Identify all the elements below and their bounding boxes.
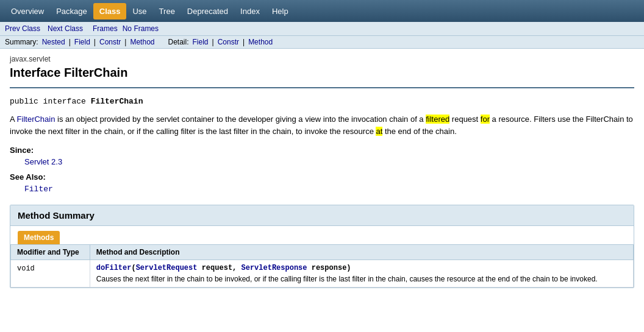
since-value: Servlet 2.3	[10, 157, 634, 166]
filterchain-link[interactable]: FilterChain	[17, 115, 55, 124]
main-content: javax.servlet Interface FilterChain publ…	[0, 49, 644, 294]
summary-field[interactable]: Field	[74, 38, 90, 46]
method-description: Causes the next filter in the chain to b…	[96, 275, 627, 283]
method-signature: doFilter(ServletRequest request, Servlet…	[96, 264, 627, 272]
detail-constr[interactable]: Constr	[218, 38, 239, 46]
method-summary-header: Method Summary	[10, 205, 634, 226]
method-modifier: void	[11, 260, 90, 288]
summary-method[interactable]: Method	[130, 38, 154, 46]
methods-tab-row: Methods	[10, 226, 634, 244]
servlet-response-link[interactable]: ServletResponse	[241, 264, 307, 272]
nav-class[interactable]: Class	[93, 3, 127, 19]
prev-class-link[interactable]: Prev Class	[5, 24, 40, 33]
servlet-request-link[interactable]: ServletRequest	[136, 264, 198, 272]
nav-use[interactable]: Use	[126, 3, 152, 19]
since-label: Since:	[10, 146, 634, 155]
frames-link[interactable]: Frames	[93, 24, 118, 33]
see-also-value: Filter	[10, 184, 634, 194]
interface-title: Interface FilterChain	[10, 66, 634, 80]
method-summary-section: Method Summary Methods Modifier and Type…	[10, 205, 634, 288]
col-modifier-type: Modifier and Type	[11, 245, 90, 260]
summary-bar: Summary: Nested | Field | Constr | Metho…	[0, 36, 644, 49]
do-filter-link[interactable]: doFilter	[96, 264, 132, 272]
since-version-link[interactable]: Servlet 2.3	[24, 157, 62, 166]
next-class-link[interactable]: Next Class	[48, 24, 83, 33]
table-row: void doFilter(ServletRequest request, Se…	[11, 260, 634, 288]
divider	[10, 87, 634, 88]
col-method-desc: Method and Description	[90, 245, 633, 260]
summary-label: Summary:	[5, 38, 38, 46]
filter-link[interactable]: Filter	[24, 185, 53, 194]
class-signature: public interface FilterChain	[10, 97, 634, 106]
class-description: A FilterChain is an object provided by t…	[10, 113, 634, 137]
nav-overview[interactable]: Overview	[5, 3, 50, 19]
no-frames-link[interactable]: No Frames	[123, 24, 159, 33]
detail-method[interactable]: Method	[248, 38, 273, 46]
sub-navigation: Prev Class Next Class Frames No Frames	[0, 22, 644, 36]
top-navigation: Overview Package Class Use Tree Deprecat…	[0, 0, 644, 22]
nav-index[interactable]: Index	[234, 3, 266, 19]
nav-deprecated[interactable]: Deprecated	[181, 3, 234, 19]
method-table: Modifier and Type Method and Description…	[10, 244, 634, 288]
nav-package[interactable]: Package	[50, 3, 93, 19]
summary-constr[interactable]: Constr	[99, 38, 121, 46]
nav-tree[interactable]: Tree	[153, 3, 181, 19]
detail-field[interactable]: Field	[193, 38, 209, 46]
see-also-label: See Also:	[10, 172, 634, 182]
detail-label: Detail:	[168, 38, 189, 46]
summary-nested[interactable]: Nested	[42, 38, 65, 46]
package-name: javax.servlet	[10, 55, 634, 63]
method-detail: doFilter(ServletRequest request, Servlet…	[90, 260, 633, 288]
nav-help[interactable]: Help	[266, 3, 295, 19]
methods-tab[interactable]: Methods	[18, 231, 60, 244]
